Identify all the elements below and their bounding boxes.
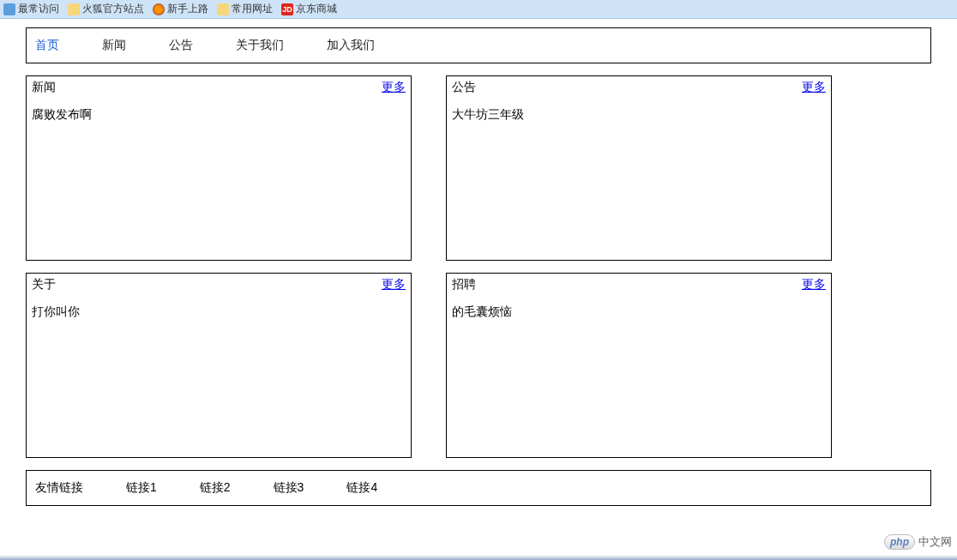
firefox-icon [153,3,165,15]
panel-content: 腐败发布啊 [32,107,406,123]
panel-title: 关于 [32,277,56,292]
bookmark-label: 京东商城 [296,2,337,16]
bookmark-label: 常用网址 [232,2,273,16]
nav-about[interactable]: 关于我们 [236,38,284,53]
panel-header: 招聘 更多 [452,277,826,292]
bookmark-label: 最常访问 [18,2,59,16]
page-container: 首页 新闻 公告 关于我们 加入我们 新闻 更多 腐败发布啊 公告 更多 大牛坊… [0,19,957,506]
footer-links-bar: 友情链接 链接1 链接2 链接3 链接4 [26,470,931,506]
bookmark-label: 新手上路 [167,2,208,16]
footer-label: 友情链接 [35,480,83,496]
panels-row-2: 关于 更多 打你叫你 招聘 更多 的毛囊烦恼 [26,273,931,458]
footer-link-3[interactable]: 链接3 [274,480,304,496]
panels-row-1: 新闻 更多 腐败发布啊 公告 更多 大牛坊三年级 [26,75,931,261]
panel-header: 关于 更多 [32,277,406,292]
watermark-text: 中文网 [918,534,952,550]
folder-icon [217,3,229,15]
bookmark-firefox-official[interactable]: 火狐官方站点 [68,2,144,16]
folder-icon [68,3,80,15]
panel-content: 的毛囊烦恼 [452,304,826,320]
panel-title: 公告 [452,80,476,95]
bookmark-label: 火狐官方站点 [82,2,144,16]
jd-icon: JD [281,3,293,15]
footer-link-2[interactable]: 链接2 [200,480,231,496]
panel-recruit: 招聘 更多 的毛囊烦恼 [446,273,832,458]
more-link[interactable]: 更多 [802,277,826,292]
more-link[interactable]: 更多 [802,80,826,95]
footer-link-1[interactable]: 链接1 [126,480,157,496]
watermark: php 中文网 [884,534,952,550]
panel-announce: 公告 更多 大牛坊三年级 [446,75,832,261]
nav-home[interactable]: 首页 [35,38,59,53]
php-logo-icon: php [884,534,915,550]
nav-announce[interactable]: 公告 [169,38,193,53]
panel-content: 打你叫你 [32,304,406,320]
bookmark-getting-started[interactable]: 新手上路 [153,2,208,16]
bookmark-most-visited[interactable]: 最常访问 [3,2,59,16]
bookmark-jd[interactable]: JD 京东商城 [281,2,337,16]
bookmark-bar: 最常访问 火狐官方站点 新手上路 常用网址 JD 京东商城 [0,0,957,19]
main-nav: 首页 新闻 公告 关于我们 加入我们 [26,27,931,63]
panel-header: 公告 更多 [452,80,826,95]
footer-link-4[interactable]: 链接4 [346,480,377,496]
nav-news[interactable]: 新闻 [102,38,126,53]
nav-join[interactable]: 加入我们 [327,38,375,53]
panel-about: 关于 更多 打你叫你 [26,273,412,458]
panel-title: 招聘 [452,277,476,292]
bottom-shadow [0,555,957,560]
panel-title: 新闻 [32,80,56,95]
bookmark-common-sites[interactable]: 常用网址 [217,2,273,16]
panel-content: 大牛坊三年级 [452,107,826,123]
more-link[interactable]: 更多 [382,80,406,95]
more-link[interactable]: 更多 [382,277,406,292]
panel-header: 新闻 更多 [32,80,406,95]
grid-icon [3,3,15,15]
panel-news: 新闻 更多 腐败发布啊 [26,75,412,261]
